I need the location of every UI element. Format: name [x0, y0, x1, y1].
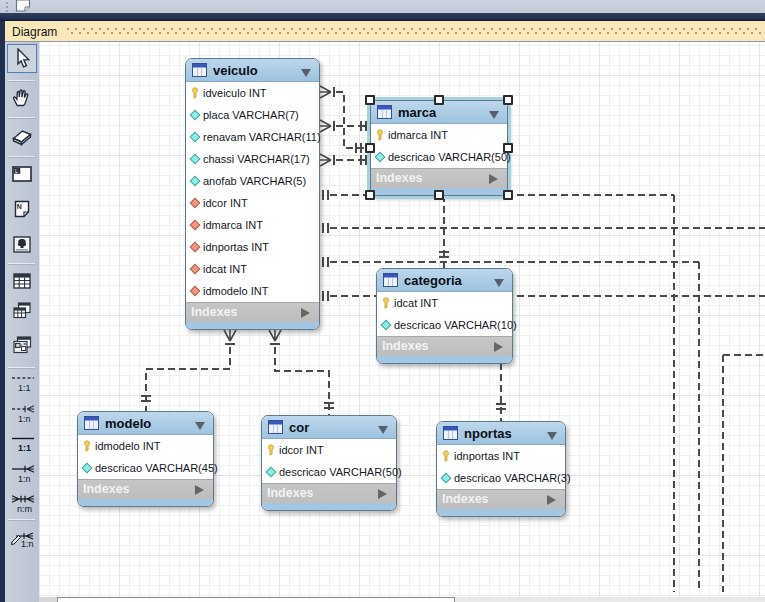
svg-text:1:n: 1:n	[18, 414, 31, 424]
svg-text:1:n: 1:n	[21, 539, 34, 549]
svg-text:1:1: 1:1	[18, 443, 31, 453]
svg-text:1:n: 1:n	[18, 474, 31, 484]
svg-text:L: L	[15, 168, 18, 174]
svg-text:n:m: n:m	[17, 504, 32, 514]
svg-text:1:1: 1:1	[18, 383, 31, 393]
svg-text:N: N	[17, 203, 22, 210]
